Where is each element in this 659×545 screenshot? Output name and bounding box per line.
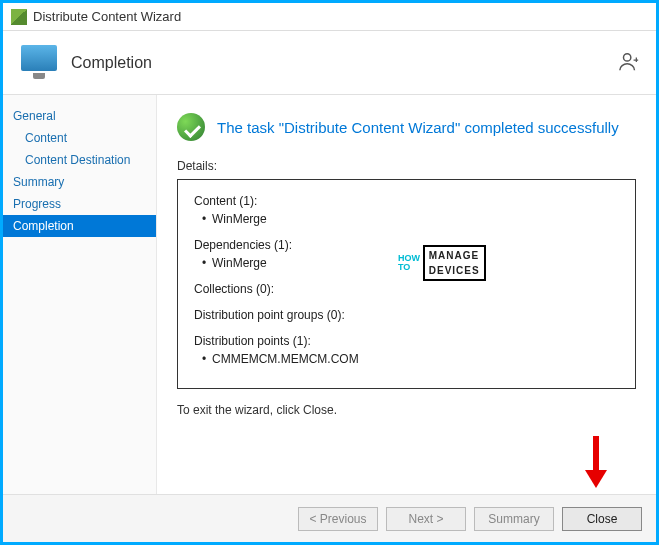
wizard-sidebar: General Content Content Destination Summ… bbox=[3, 95, 157, 494]
sidebar-item-general[interactable]: General bbox=[3, 105, 156, 127]
sidebar-item-summary[interactable]: Summary bbox=[3, 171, 156, 193]
next-button: Next > bbox=[386, 507, 466, 531]
sidebar-item-progress[interactable]: Progress bbox=[3, 193, 156, 215]
success-check-icon bbox=[177, 113, 205, 141]
details-dependencies-header: Dependencies (1): bbox=[194, 236, 619, 254]
sidebar-item-content[interactable]: Content bbox=[3, 127, 156, 149]
details-dp-item: CMMEMCM.MEMCM.COM bbox=[194, 350, 619, 368]
sidebar-item-content-destination[interactable]: Content Destination bbox=[3, 149, 156, 171]
close-button[interactable]: Close bbox=[562, 507, 642, 531]
svg-point-0 bbox=[624, 54, 631, 61]
summary-button: Summary bbox=[474, 507, 554, 531]
window-title: Distribute Content Wizard bbox=[33, 9, 181, 24]
app-icon bbox=[11, 9, 27, 25]
wizard-footer: < Previous Next > Summary Close bbox=[3, 494, 656, 542]
sidebar-item-completion[interactable]: Completion bbox=[3, 215, 156, 237]
page-title: Completion bbox=[71, 54, 152, 72]
details-label: Details: bbox=[177, 159, 636, 173]
details-box: Content (1): WinMerge Dependencies (1): … bbox=[177, 179, 636, 389]
success-message: The task "Distribute Content Wizard" com… bbox=[217, 119, 619, 136]
details-content-item: WinMerge bbox=[194, 210, 619, 228]
completion-monitor-icon bbox=[19, 43, 59, 83]
details-dependencies-item: WinMerge bbox=[194, 254, 619, 272]
details-collections-header: Collections (0): bbox=[194, 280, 619, 298]
previous-button: < Previous bbox=[298, 507, 378, 531]
success-row: The task "Distribute Content Wizard" com… bbox=[177, 113, 636, 141]
details-content-header: Content (1): bbox=[194, 192, 619, 210]
exit-instruction: To exit the wizard, click Close. bbox=[177, 403, 636, 417]
wizard-header: Completion bbox=[3, 31, 656, 95]
wizard-content: The task "Distribute Content Wizard" com… bbox=[157, 95, 656, 494]
account-icon[interactable] bbox=[618, 51, 640, 78]
titlebar: Distribute Content Wizard bbox=[3, 3, 656, 31]
details-dp-header: Distribution points (1): bbox=[194, 332, 619, 350]
wizard-body: General Content Content Destination Summ… bbox=[3, 95, 656, 494]
details-dpg-header: Distribution point groups (0): bbox=[194, 306, 619, 324]
